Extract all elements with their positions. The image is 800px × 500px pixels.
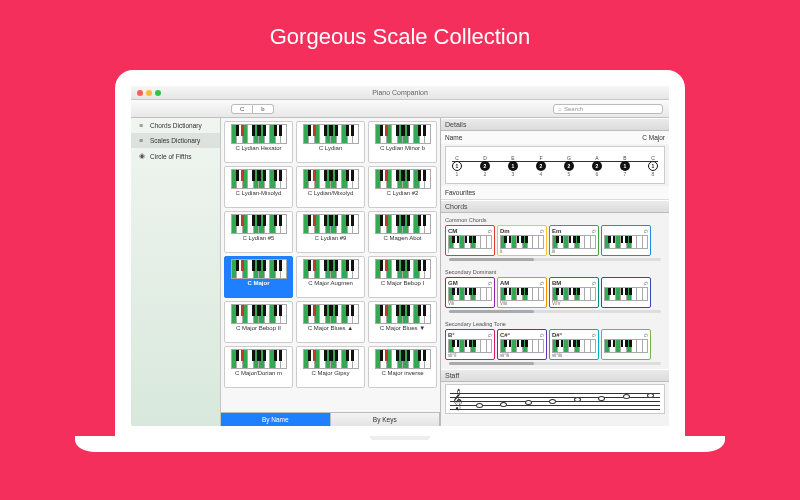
search-icon: ⌕ bbox=[558, 106, 562, 112]
scale-card[interactable]: C Major Blues ▲ bbox=[296, 301, 365, 343]
laptop-mockup: Piano Companion C b ⌕ Search ≡Chords Dic… bbox=[115, 70, 685, 452]
scale-card[interactable]: C Lydian #5 bbox=[224, 211, 293, 253]
magnify-icon[interactable]: ⌕ bbox=[488, 227, 492, 234]
scale-card-label: C Lydian Minor b bbox=[380, 145, 425, 151]
scale-card-label: C Lydian #5 bbox=[243, 235, 275, 241]
magnify-icon[interactable]: ⌕ bbox=[644, 331, 648, 338]
details-pane: Details Name C Major C11D22E13F24G25A26B… bbox=[441, 118, 669, 426]
scale-card-label: C Lydian #2 bbox=[387, 190, 419, 196]
sidebar-item-scales-dictionary[interactable]: ≡Scales Dictionary bbox=[131, 133, 220, 148]
chord-group-label: Secondary Leading Tone bbox=[445, 321, 665, 327]
treble-clef-icon: 𝄞 bbox=[452, 389, 463, 410]
scale-card[interactable]: C Major Bebop II bbox=[224, 301, 293, 343]
favourites-section[interactable]: Favourites bbox=[441, 186, 669, 200]
scale-card-label: C Lydian-Mixolyd bbox=[236, 190, 282, 196]
chord-card[interactable]: C#°⌕vii°/ii bbox=[497, 329, 547, 360]
scale-card-label: C Lydian bbox=[319, 145, 342, 151]
magnify-icon[interactable]: ⌕ bbox=[592, 227, 596, 234]
sidebar-icon: ◉ bbox=[137, 152, 146, 160]
sidebar-icon: ≡ bbox=[137, 137, 146, 144]
accidental[interactable]: b bbox=[253, 104, 273, 114]
chord-card[interactable]: GM⌕V/ii bbox=[445, 277, 495, 308]
sidebar-item-circle-of-fifths[interactable]: ◉Circle of Fifths bbox=[131, 148, 220, 164]
marketing-title: Gorgeous Scale Collection bbox=[0, 0, 800, 50]
magnify-icon[interactable]: ⌕ bbox=[644, 279, 648, 286]
chord-card[interactable]: ⌕ bbox=[601, 277, 651, 308]
staff-notation: 𝄞 bbox=[445, 384, 665, 414]
window-title: Piano Companion bbox=[372, 89, 428, 96]
search-input[interactable]: ⌕ Search bbox=[553, 104, 663, 114]
scale-card[interactable]: C Lydian-Mixolyd bbox=[224, 166, 293, 208]
root-note-selector[interactable]: C b bbox=[231, 104, 274, 114]
scale-card-label: C Major Blues ▲ bbox=[308, 325, 353, 331]
sidebar-item-chords-dictionary[interactable]: ≡Chords Dictionary bbox=[131, 118, 220, 133]
scale-card[interactable]: C Major/Dorian m bbox=[224, 346, 293, 388]
laptop-base bbox=[75, 436, 725, 452]
magnify-icon[interactable]: ⌕ bbox=[644, 227, 648, 234]
details-header: Details bbox=[441, 118, 669, 131]
scale-card-label: C Major Bebop I bbox=[381, 280, 424, 286]
chord-card[interactable]: Dm⌕ii bbox=[497, 225, 547, 256]
scale-card[interactable]: C Major bbox=[224, 256, 293, 298]
sort-tab-by-name[interactable]: By Name bbox=[221, 413, 331, 426]
chord-card[interactable]: B°⌕vii°/I bbox=[445, 329, 495, 360]
scale-card[interactable]: C Major Blues ▼ bbox=[368, 301, 437, 343]
magnify-icon[interactable]: ⌕ bbox=[592, 331, 596, 338]
scale-card[interactable]: C Major Gipsy bbox=[296, 346, 365, 388]
scale-card[interactable]: C Major inverse bbox=[368, 346, 437, 388]
minimize-icon[interactable] bbox=[146, 90, 152, 96]
sidebar-label: Circle of Fifths bbox=[150, 153, 192, 160]
scale-card-label: C Major Gipsy bbox=[311, 370, 349, 376]
scale-card-label: C Major Augmen bbox=[308, 280, 353, 286]
zoom-icon[interactable] bbox=[155, 90, 161, 96]
window-titlebar: Piano Companion bbox=[131, 86, 669, 100]
chord-card[interactable]: ⌕ bbox=[601, 329, 651, 360]
chord-card[interactable]: D#°⌕vii°/iii bbox=[549, 329, 599, 360]
horizontal-scrollbar[interactable] bbox=[449, 362, 661, 365]
magnify-icon[interactable]: ⌕ bbox=[488, 279, 492, 286]
horizontal-scrollbar[interactable] bbox=[449, 258, 661, 261]
chord-card[interactable]: ⌕ bbox=[601, 225, 651, 256]
chords-header: Chords bbox=[441, 200, 669, 213]
horizontal-scrollbar[interactable] bbox=[449, 310, 661, 313]
scale-card[interactable]: C Lydian Hexator bbox=[224, 121, 293, 163]
sidebar-icon: ≡ bbox=[137, 122, 146, 129]
app-window: Piano Companion C b ⌕ Search ≡Chords Dic… bbox=[131, 86, 669, 426]
chord-card[interactable]: CM⌕I bbox=[445, 225, 495, 256]
scale-card-label: C Major inverse bbox=[381, 370, 423, 376]
detail-name-value: C Major bbox=[642, 134, 665, 141]
magnify-icon[interactable]: ⌕ bbox=[540, 227, 544, 234]
chord-card[interactable]: Em⌕iii bbox=[549, 225, 599, 256]
magnify-icon[interactable]: ⌕ bbox=[540, 279, 544, 286]
grid-sort-footer: By NameBy Keys bbox=[221, 412, 440, 426]
magnify-icon[interactable]: ⌕ bbox=[540, 331, 544, 338]
chord-card[interactable]: AM⌕V/iii bbox=[497, 277, 547, 308]
scale-card-label: C Lydian #9 bbox=[315, 235, 347, 241]
sidebar-label: Scales Dictionary bbox=[150, 137, 200, 144]
root-note[interactable]: C bbox=[231, 104, 253, 114]
scale-card-label: C Major/Dorian m bbox=[235, 370, 282, 376]
scale-interval-diagram: C11D22E13F24G25A26B17C18 bbox=[445, 146, 665, 184]
magnify-icon[interactable]: ⌕ bbox=[488, 331, 492, 338]
scale-card-label: C Major bbox=[247, 280, 269, 286]
scale-card[interactable]: C Lydian #9 bbox=[296, 211, 365, 253]
scale-card[interactable]: C Major Augmen bbox=[296, 256, 365, 298]
scale-card[interactable]: C Major Bebop I bbox=[368, 256, 437, 298]
scale-card-label: C Major Bebop II bbox=[236, 325, 281, 331]
scale-card[interactable]: C Lydian bbox=[296, 121, 365, 163]
chord-group-label: Secondary Dominant bbox=[445, 269, 665, 275]
magnify-icon[interactable]: ⌕ bbox=[592, 279, 596, 286]
sort-tab-by-keys[interactable]: By Keys bbox=[331, 413, 441, 426]
close-icon[interactable] bbox=[137, 90, 143, 96]
staff-header: Staff bbox=[441, 369, 669, 382]
scale-card-label: C Lydian Hexator bbox=[235, 145, 281, 151]
scale-grid: C Lydian HexatorC LydianC Lydian Minor b… bbox=[221, 118, 440, 412]
scale-card-label: C Lydian/Mixolyd bbox=[308, 190, 353, 196]
scale-card[interactable]: C Lydian/Mixolyd bbox=[296, 166, 365, 208]
scale-card[interactable]: C Magen Abot bbox=[368, 211, 437, 253]
scale-card[interactable]: C Lydian Minor b bbox=[368, 121, 437, 163]
scale-card[interactable]: C Lydian #2 bbox=[368, 166, 437, 208]
sidebar: ≡Chords Dictionary≡Scales Dictionary◉Cir… bbox=[131, 118, 221, 426]
chord-card[interactable]: BM⌕V/IV bbox=[549, 277, 599, 308]
sidebar-label: Chords Dictionary bbox=[150, 122, 202, 129]
